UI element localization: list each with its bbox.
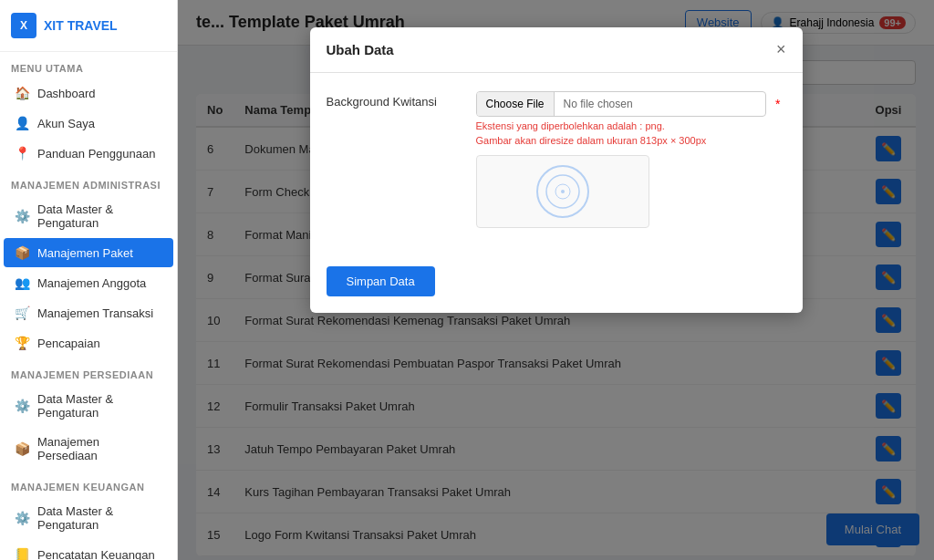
choose-file-button[interactable]: Choose File [477, 92, 555, 116]
main-content: te... Template Paket Umrah Website 👤 Era… [178, 0, 934, 560]
sidebar-item-manajemen-transaksi[interactable]: 🛒 Manajemen Transaksi [4, 298, 173, 327]
file-input-wrapper: Choose File No file chosen [476, 91, 767, 117]
sidebar-item-data-master-admin[interactable]: ⚙️ Data Master & Pengaturan [4, 195, 173, 237]
sidebar-item-akun[interactable]: 👤 Akun Saya [4, 109, 173, 138]
package-icon: 📦 [15, 245, 30, 260]
menu-utama-title: MENU UTAMA [0, 52, 177, 78]
settings-icon: ⚙️ [15, 209, 30, 223]
sidebar-item-label: Panduan Penggunaan [37, 147, 155, 161]
sidebar-item-pencapaian[interactable]: 🏆 Pencapaian [4, 328, 173, 358]
sidebar-item-label: Manajemen Paket [37, 246, 133, 260]
modal-footer: Simpan Data [310, 257, 803, 313]
cart-icon: 🛒 [15, 306, 30, 320]
sidebar-item-label: Pencatatan Keuangan [37, 548, 155, 561]
sidebar-item-manajemen-paket[interactable]: 📦 Manajemen Paket [4, 238, 173, 267]
stock-icon: 📦 [15, 441, 30, 456]
hint-text-2: Gambar akan diresize dalam ukuran 813px … [476, 135, 786, 146]
bg-label: Background Kwitansi [327, 91, 463, 109]
svg-point-3 [561, 190, 565, 193]
required-mark: * [770, 97, 785, 111]
sidebar-item-label: Manajemen Persediaan [37, 435, 162, 462]
sidebar-item-label: Data Master & Pengaturan [37, 504, 162, 532]
modal-ubah-data: Ubah Data × Background Kwitansi Choose F… [310, 27, 803, 313]
sidebar-item-label: Manajemen Anggota [37, 276, 146, 290]
sidebar-item-dashboard[interactable]: 🏠 Dashboard [4, 78, 173, 108]
settings3-icon: ⚙️ [15, 511, 30, 525]
logo-icon: X [11, 13, 36, 38]
sidebar-item-data-master-keuangan[interactable]: ⚙️ Data Master & Pengaturan [4, 497, 173, 539]
modal-header: Ubah Data × [310, 27, 803, 73]
form-row-bg: Background Kwitansi Choose File No file … [327, 91, 786, 228]
manajemen-admin-title: MANAJEMEN ADMINISTRASI [0, 169, 177, 194]
sidebar-item-manajemen-persediaan[interactable]: 📦 Manajemen Persediaan [4, 428, 173, 470]
file-input-area: Choose File No file chosen * Ekstensi ya… [476, 91, 786, 228]
dashboard-icon: 🏠 [15, 86, 30, 100]
members-icon: 👥 [15, 275, 30, 290]
modal-overlay: Ubah Data × Background Kwitansi Choose F… [178, 0, 934, 560]
modal-close-button[interactable]: × [776, 40, 786, 59]
app-name: XIT TRAVEL [44, 18, 118, 33]
user-icon: 👤 [15, 116, 30, 130]
guide-icon: 📍 [15, 146, 30, 161]
modal-title: Ubah Data [327, 42, 394, 57]
file-placeholder: No file chosen [555, 92, 766, 116]
save-button[interactable]: Simpan Data [327, 266, 435, 296]
sidebar-item-pencatatan-keuangan[interactable]: 📒 Pencatatan Keuangan [4, 540, 173, 560]
sidebar-item-label: Manajemen Transaksi [37, 306, 153, 320]
sidebar-item-manajemen-anggota[interactable]: 👥 Manajemen Anggota [4, 268, 173, 297]
sidebar-item-label: Pencapaian [37, 337, 100, 350]
manajemen-keuangan-title: MANAJEMEN KEUANGAN [0, 471, 177, 496]
ledger-icon: 📒 [15, 547, 30, 560]
settings2-icon: ⚙️ [15, 399, 30, 413]
sidebar-item-panduan[interactable]: 📍 Panduan Penggunaan [4, 139, 173, 168]
sidebar-logo: X XIT TRAVEL [0, 0, 177, 52]
sidebar-item-label: Data Master & Pengaturan [37, 202, 162, 230]
sidebar-item-label: Akun Saya [37, 117, 95, 130]
manajemen-persediaan-title: MANAJEMEN PERSEDIAAN [0, 358, 177, 384]
modal-body: Background Kwitansi Choose File No file … [310, 73, 803, 257]
sidebar-item-label: Data Master & Pengaturan [37, 392, 162, 420]
trophy-icon: 🏆 [15, 336, 30, 350]
sidebar: X XIT TRAVEL MENU UTAMA 🏠 Dashboard 👤 Ak… [0, 0, 178, 560]
hint-text-1: Ekstensi yang diperbolehkan adalah : png… [476, 120, 786, 131]
image-preview [476, 155, 649, 228]
sidebar-item-label: Dashboard [37, 87, 96, 100]
sidebar-item-data-master-persediaan[interactable]: ⚙️ Data Master & Pengaturan [4, 385, 173, 427]
